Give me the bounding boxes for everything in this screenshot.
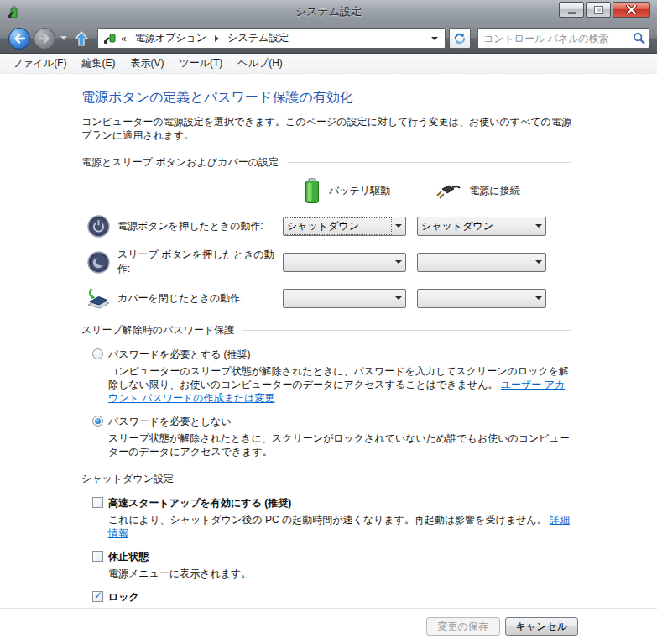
breadcrumb-item-system-settings[interactable]: システム設定 — [224, 30, 292, 46]
chevron-down-icon — [532, 254, 545, 271]
plug-icon — [435, 182, 461, 199]
section-header-buttons: 電源とスリープ ボタンおよびカバーの設定 — [81, 155, 571, 170]
sleep-button-row: スリープ ボタンを押したときの動作: — [86, 251, 649, 273]
power-button-icon — [86, 214, 111, 238]
require-password-label: パスワードを必要とする (推奨) — [108, 348, 575, 362]
power-options-app-icon — [7, 5, 21, 19]
chevron-down-icon — [392, 254, 405, 271]
page-description: コンピューターの電源設定を選択できます。このページの設定に対して行う変更は、お使… — [81, 115, 578, 142]
lid-close-plugged-select[interactable] — [417, 289, 546, 308]
power-button-battery-select[interactable]: シャットダウン — [283, 217, 406, 236]
power-button-row: 電源ボタンを押したときの動作: シャットダウン シャットダウン — [86, 215, 649, 237]
up-button[interactable] — [72, 29, 91, 49]
no-password-radio[interactable] — [92, 416, 103, 427]
section-title: 電源とスリープ ボタンおよびカバーの設定 — [81, 155, 279, 170]
search-input[interactable] — [478, 33, 628, 45]
sleep-button-battery-select[interactable] — [283, 253, 406, 272]
no-password-description: スリープ状態が解除されたときに、スクリーンがロックされていないため誰でもお使いの… — [108, 432, 575, 458]
window-title: システム設定 — [295, 4, 362, 19]
sleep-button-label: スリープ ボタンを押したときの動作: — [117, 248, 283, 276]
fast-startup-option: 高速スタートアップを有効にする (推奨) これにより、シャットダウン後の PC … — [92, 496, 575, 540]
search-button[interactable] — [628, 32, 649, 45]
section-header-password: スリープ解除時のパスワード保護 — [81, 323, 571, 338]
no-password-option: パスワードを必要としない スリープ状態が解除されたときに、スクリーンがロックされ… — [92, 415, 575, 458]
page-title: 電源ボタンの定義とパスワード保護の有効化 — [81, 89, 649, 107]
breadcrumb-separator-icon[interactable] — [215, 35, 219, 42]
battery-icon — [304, 178, 321, 203]
section-rule — [182, 479, 571, 479]
footer-bar: 変更の保存 キャンセル — [0, 608, 657, 644]
back-button[interactable] — [8, 28, 30, 50]
hibernate-checkbox[interactable] — [92, 551, 103, 562]
back-arrow-icon — [13, 33, 26, 45]
require-password-radio[interactable] — [92, 348, 103, 359]
minimize-button[interactable] — [559, 2, 584, 18]
fast-startup-description: これにより、シャットダウン後の PC の起動時間が速くなります。再起動は影響を受… — [108, 513, 575, 540]
lock-checkbox[interactable] — [92, 591, 103, 602]
minimize-icon — [568, 12, 576, 14]
power-options-crumb-icon — [103, 32, 117, 45]
section-rule — [287, 162, 571, 163]
address-bar[interactable]: « 電源オプション システム設定 — [97, 28, 446, 49]
save-changes-button[interactable]: 変更の保存 — [426, 617, 500, 636]
chevron-down-icon — [431, 37, 438, 40]
power-button-plugged-select[interactable]: シャットダウン — [417, 217, 546, 236]
column-headers: バッテリ駆動 電源に接続 — [304, 176, 649, 205]
plugged-in-column-label: 電源に接続 — [469, 184, 519, 198]
search-box — [477, 28, 649, 49]
require-password-description: コンピューターのスリープ状態が解除されたときに、パスワードを入力してスクリーンの… — [108, 364, 575, 405]
maximize-icon — [595, 7, 602, 13]
search-icon — [633, 32, 645, 45]
require-password-option: パスワードを必要とする (推奨) コンピューターのスリープ状態が解除されたときに… — [92, 348, 575, 405]
cancel-button[interactable]: キャンセル — [505, 617, 578, 636]
main-content: 電源ボタンの定義とパスワード保護の有効化 コンピューターの電源設定を選択できます… — [0, 74, 657, 608]
refresh-button[interactable] — [449, 28, 471, 49]
maximize-button[interactable] — [586, 2, 611, 18]
lock-label: ロック — [108, 590, 575, 605]
menu-edit[interactable]: 編集(E) — [74, 54, 123, 73]
chevron-down-icon — [392, 290, 405, 307]
menu-view[interactable]: 表示(V) — [123, 54, 171, 73]
forward-arrow-icon — [38, 33, 51, 45]
close-icon — [626, 5, 637, 14]
lid-close-battery-select[interactable] — [283, 289, 406, 308]
navigation-bar: « 電源オプション システム設定 — [0, 24, 657, 54]
refresh-icon — [453, 32, 467, 45]
hibernate-description: 電源メニューに表示されます。 — [108, 567, 575, 580]
section-title: シャットダウン設定 — [81, 472, 174, 486]
caption-buttons — [559, 2, 650, 18]
power-button-label: 電源ボタンを押したときの動作: — [117, 219, 283, 233]
address-dropdown-button[interactable] — [428, 37, 441, 40]
section-rule — [242, 330, 571, 331]
hibernate-option: 休止状態 電源メニューに表示されます。 — [92, 550, 575, 580]
close-button[interactable] — [613, 2, 650, 18]
fast-startup-checkbox[interactable] — [92, 497, 103, 508]
chevron-down-icon — [392, 217, 405, 235]
breadcrumb-item-power-options[interactable]: 電源オプション — [132, 30, 210, 46]
section-title: スリープ解除時のパスワード保護 — [81, 323, 234, 338]
system-settings-window: システム設定 — [0, 0, 657, 644]
breadcrumb-overflow[interactable]: « — [121, 33, 127, 45]
menu-tools[interactable]: ツール(T) — [171, 54, 230, 73]
recent-pages-dropdown[interactable] — [60, 36, 67, 40]
lock-option: ロック アカウントの画像メニューに表示されます。 — [92, 590, 575, 608]
lid-close-icon — [86, 286, 111, 310]
lid-close-row: カバーを閉じたときの動作: — [86, 287, 649, 309]
titlebar[interactable]: システム設定 — [0, 0, 657, 24]
sleep-button-plugged-select[interactable] — [417, 253, 546, 272]
sleep-button-icon — [86, 250, 111, 274]
section-header-shutdown: シャットダウン設定 — [81, 472, 571, 486]
menu-file[interactable]: ファイル(F) — [5, 54, 74, 73]
forward-button[interactable] — [34, 28, 55, 50]
up-arrow-icon — [74, 30, 89, 47]
menu-bar: ファイル(F) 編集(E) 表示(V) ツール(T) ヘルプ(H) — [0, 54, 657, 74]
hibernate-label: 休止状態 — [108, 550, 575, 564]
battery-column-label: バッテリ駆動 — [329, 184, 390, 198]
lid-close-label: カバーを閉じたときの動作: — [117, 291, 283, 306]
chevron-down-icon — [532, 290, 545, 307]
fast-startup-label: 高速スタートアップを有効にする (推奨) — [108, 496, 575, 510]
chevron-down-icon — [532, 217, 545, 235]
menu-help[interactable]: ヘルプ(H) — [230, 54, 290, 73]
no-password-label: パスワードを必要としない — [108, 415, 575, 429]
